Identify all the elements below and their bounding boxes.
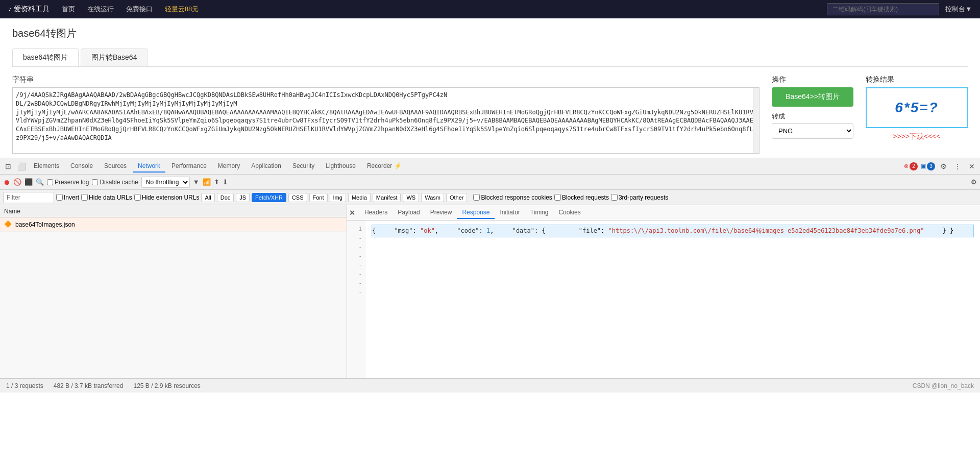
blocked-cookies-label[interactable]: Blocked response cookies [473,194,552,201]
json-code-line: "code": 1, [442,227,494,234]
json-msg-line: "msg": "ok", [379,227,438,234]
hide-data-urls-label[interactable]: Hide data URLs [81,194,132,201]
blocked-cookies-checkbox[interactable] [473,194,480,201]
result-section: 转换结果 6*5=? >>>>下载<<<< [866,75,968,141]
hide-extension-urls-label[interactable]: Hide extension URLs [134,194,200,201]
operation-label: 操作 [772,75,853,84]
tab-timing[interactable]: Timing [525,207,554,219]
disable-cache-checkbox[interactable] [92,179,98,185]
top-search-input[interactable] [827,3,939,15]
network-conditions-icon[interactable]: 📶 [203,178,211,186]
preserve-log-text: Preserve log [55,179,89,186]
filter-btn-all[interactable]: All [201,193,214,202]
filter-btn-ws[interactable]: WS [403,193,419,202]
tab-console[interactable]: Console [65,160,98,173]
hide-data-urls-checkbox[interactable] [81,194,88,201]
nav-run[interactable]: 在线运行 [87,5,114,14]
textarea-wrapper [12,87,760,154]
json-data-open: "data": { [498,227,546,234]
resources-size: 125 B / 2.9 kB resources [133,382,200,389]
download-link[interactable]: >>>>下载<<<< [866,132,968,141]
result-image-box: 6*5=? [866,87,968,128]
page-tabs: base64转图片 图片转Base64 [12,48,968,67]
third-party-label[interactable]: 3rd-party requests [611,194,668,201]
throttle-select[interactable]: No throttling [141,177,190,188]
tab-recorder[interactable]: Recorder ⚡ [362,160,407,173]
textarea-scrollbar[interactable] [753,88,759,153]
search-icon[interactable]: 🔍 [36,178,44,186]
json-close-brace: } [950,227,953,234]
result-label: 转换结果 [866,75,968,84]
tab-performance[interactable]: Performance [166,160,212,173]
filter-btn-wasm[interactable]: Wasm [421,193,444,202]
network-settings-icon[interactable]: ⚙ [971,178,977,186]
tab-security[interactable]: Security [287,160,320,173]
page-content: base64转图片 base64转图片 图片转Base64 字符串 操作 Bas… [0,18,980,158]
disable-cache-text: Disable cache [100,179,138,186]
filter-btn-font[interactable]: Font [309,193,328,202]
filter-input[interactable] [3,192,54,203]
filter-btn-css[interactable]: CSS [288,193,307,202]
error-count-badge: 2 [910,162,918,170]
nav-home[interactable]: 首页 [62,5,75,14]
tab-response[interactable]: Response [457,207,495,219]
close-response-btn[interactable]: ✕ [349,209,355,217]
clear-btn[interactable]: 🚫 [13,178,21,186]
tab-cookies[interactable]: Cookies [553,207,585,219]
tab-base64-to-image[interactable]: base64转图片 [12,48,79,66]
blocked-cookies-text: Blocked response cookies [481,194,552,201]
filter-btn-img[interactable]: Img [330,193,346,202]
tab-image-to-base64[interactable]: 图片转Base64 [81,48,148,66]
tab-lighthouse[interactable]: Lighthouse [321,160,361,173]
base64-input[interactable] [13,88,759,153]
filter-btn-media[interactable]: Media [348,193,371,202]
throttle-chevron-icon[interactable]: ▼ [193,178,200,186]
invert-checkbox[interactable] [56,194,63,201]
file-list-body: 🔶 base64ToImages.json [0,217,347,378]
more-icon[interactable]: ⋮ [951,160,964,173]
disable-cache-label[interactable]: Disable cache [92,179,138,186]
filter-btn-manifest[interactable]: Manifest [373,193,401,202]
inspect-icon[interactable]: ⊡ [2,160,14,173]
device-icon[interactable]: ⬜ [15,160,28,173]
tab-memory[interactable]: Memory [213,160,245,173]
filter-btn-doc[interactable]: Doc [217,193,234,202]
tab-application[interactable]: Application [246,160,286,173]
tab-sources[interactable]: Sources [99,160,132,173]
hide-extension-urls-checkbox[interactable] [134,194,141,201]
tab-preview[interactable]: Preview [425,207,457,219]
format-select[interactable]: PNG JPG GIF BMP [772,123,853,139]
filter-icon[interactable]: ⬛ [24,178,33,186]
tab-elements[interactable]: Elements [29,160,64,173]
table-row[interactable]: 🔶 base64ToImages.json [0,217,347,232]
devtools-panel: ⊡ ⬜ Elements Console Sources Network Per… [0,158,980,393]
third-party-checkbox[interactable] [611,194,618,201]
warning-count-badge: 3 [927,162,935,170]
download-icon[interactable]: ⬇ [223,178,228,186]
filter-btn-js[interactable]: JS [236,193,250,202]
tab-headers[interactable]: Headers [359,207,393,219]
hide-extension-urls-text: Hide extension URLs [142,194,200,201]
tab-payload[interactable]: Payload [393,207,425,219]
nav-api[interactable]: 免费接口 [126,5,153,14]
record-btn[interactable]: ⏺ [3,178,10,186]
filter-btn-fetch-xhr[interactable]: Fetch/XHR [252,193,286,202]
tab-network[interactable]: Network [133,160,165,173]
blocked-requests-label[interactable]: Blocked requests [554,194,609,201]
blocked-requests-checkbox[interactable] [554,194,561,201]
line-numbers: 1 - - - - - - - [347,221,365,378]
settings-icon[interactable]: ⚙ [937,160,949,173]
filter-btn-other[interactable]: Other [446,193,468,202]
string-label: 字符串 [12,75,760,84]
network-main: Name 🔶 base64ToImages.json ✕ Headers Pay… [0,205,980,378]
tab-initiator[interactable]: Initiator [495,207,525,219]
convert-btn[interactable]: Base64>>转图片 [772,87,853,107]
preserve-log-checkbox[interactable] [47,179,53,185]
preserve-log-label[interactable]: Preserve log [47,179,89,186]
upload-icon[interactable]: ⬆ [214,178,219,186]
close-devtools-btn[interactable]: ✕ [966,160,978,173]
nav-cloud[interactable]: 轻量云88元 [165,5,199,14]
file-list-header: Name [0,205,347,217]
control-panel-btn[interactable]: 控制台▼ [945,5,972,14]
invert-label[interactable]: Invert [56,194,79,201]
